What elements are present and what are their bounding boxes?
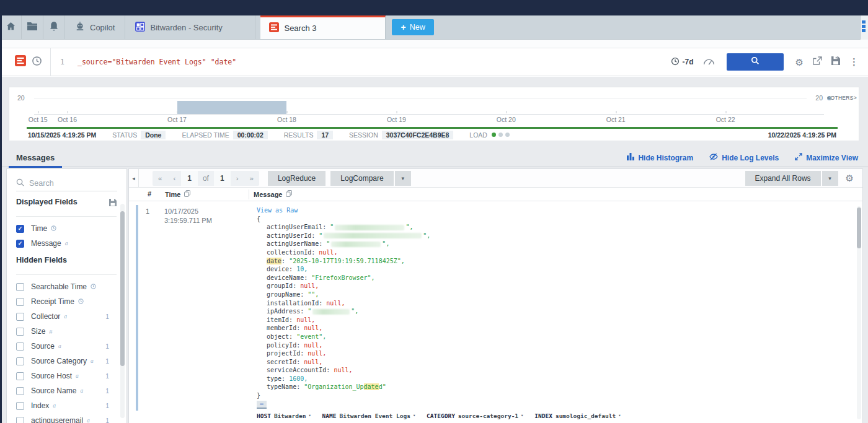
histogram-bar[interactable] <box>177 101 287 114</box>
new-tab-button[interactable]: + New <box>392 19 433 35</box>
table-settings-gear-icon[interactable]: ⚙ <box>846 173 854 183</box>
copy-icon[interactable] <box>286 190 292 198</box>
field-row-index[interactable]: Indexa1 <box>7 398 126 413</box>
json-line: projectId: null, <box>257 349 621 358</box>
log-row[interactable]: 1 10/17/2025 3:19:59.711 PM View as Raw … <box>129 201 862 423</box>
tab-bar: Copilot Bitwarden - Security Search 3 + … <box>0 15 868 40</box>
messages-scroll-thumb[interactable] <box>857 207 861 248</box>
query-input[interactable]: _source="Bitwarden Event Logs" "date" <box>78 58 236 66</box>
bell-icon <box>50 22 58 33</box>
copy-icon[interactable] <box>184 190 190 198</box>
json-line: groupId: null, <box>257 282 621 290</box>
field-checkbox[interactable] <box>16 328 24 336</box>
json-line: deviceName: "FirefoxBrowser", <box>257 274 621 282</box>
save-icon[interactable] <box>831 56 840 68</box>
logcompare-button[interactable]: LogCompare <box>330 171 393 186</box>
apps-menu-strip[interactable] <box>860 15 868 40</box>
field-row-source-host[interactable]: Source Hosta1 <box>7 368 126 383</box>
field-checkbox[interactable] <box>16 298 24 306</box>
first-page-button[interactable]: « <box>153 175 167 182</box>
run-search-button[interactable] <box>727 53 784 71</box>
logcompare-dropdown[interactable]: ▾ <box>395 171 411 186</box>
performance-gauge-icon[interactable] <box>703 56 715 68</box>
field-row-source[interactable]: Sourcea1 <box>7 339 126 354</box>
json-body: {actingUserEmail: "",actingUserId: "",ac… <box>257 215 621 400</box>
field-checkbox[interactable]: ✓ <box>16 240 24 248</box>
prev-page-button[interactable]: ‹ <box>167 175 181 182</box>
json-line: typeName: "Organization_Updated" <box>257 383 621 391</box>
save-fields-icon[interactable] <box>109 198 117 209</box>
elapsed-label: ELAPSED TIME <box>182 131 229 139</box>
field-checkbox[interactable] <box>16 372 24 380</box>
hidden-fields-list: Searchable TimeReceipt TimeCollectora1Si… <box>7 279 126 423</box>
query-bar: 1 _source="Bitwarden Event Logs" "date" … <box>0 48 868 76</box>
field-row-actinguseremail[interactable]: actinguseremaila1 <box>7 413 126 423</box>
metadata-name[interactable]: NAMEBitwarden Event Logs▾ <box>322 412 416 419</box>
logreduce-button[interactable]: LogReduce <box>268 171 326 186</box>
metadata-category[interactable]: CATEGORYsource-category-1▾ <box>427 412 523 419</box>
last-page-button[interactable]: » <box>244 175 259 182</box>
field-row-receipt-time[interactable]: Receipt Time <box>7 294 126 309</box>
json-token: null, <box>326 300 345 307</box>
query-line-number: 1 <box>60 58 68 66</box>
field-checkbox[interactable] <box>16 357 24 365</box>
view-as-raw-link[interactable]: View as Raw <box>257 206 621 215</box>
field-row-message[interactable]: ✓Messagea <box>7 236 126 251</box>
query-history-icon[interactable] <box>32 56 42 69</box>
column-message[interactable]: Message <box>254 190 292 198</box>
metadata-value: source-category-1 <box>458 412 518 419</box>
column-time[interactable]: Time <box>165 190 190 198</box>
tab-messages[interactable]: Messages <box>9 153 62 168</box>
field-label: Source Category <box>31 357 87 365</box>
settings-gear-icon[interactable]: ⚙ <box>795 58 804 67</box>
search-3-tab[interactable]: Search 3 <box>260 15 386 39</box>
field-search-input[interactable] <box>29 179 104 188</box>
field-checkbox[interactable]: ✓ <box>16 225 24 233</box>
expand-all-dropdown[interactable]: ▾ <box>822 171 838 186</box>
json-token: "2025-10-17T19:19:59.7118425Z", <box>289 258 405 264</box>
more-options-icon[interactable]: ⋮ <box>849 56 859 68</box>
field-checkbox[interactable] <box>16 342 24 351</box>
sidebar-scrollbar[interactable] <box>120 204 125 418</box>
results-tab-row: Messages Hide Histogram Hide Log Levels … <box>0 149 868 167</box>
field-checkbox[interactable] <box>16 283 24 291</box>
field-type-time-icon <box>51 225 56 232</box>
share-icon[interactable] <box>813 56 822 68</box>
expand-all-rows-button[interactable]: Expand All Rows <box>745 171 821 186</box>
field-checkbox[interactable] <box>16 417 24 423</box>
maximize-view-link[interactable]: Maximize View <box>795 153 858 162</box>
time-range-picker[interactable]: -7d <box>671 57 694 68</box>
field-row-source-name[interactable]: Source Namea1 <box>7 383 126 398</box>
field-checkbox[interactable] <box>16 402 24 410</box>
field-type-string-icon: a <box>65 240 68 246</box>
bitwarden-security-tab[interactable]: Bitwarden - Security <box>125 15 255 39</box>
hide-log-levels-link[interactable]: Hide Log Levels <box>709 153 779 162</box>
field-checkbox[interactable] <box>16 387 24 395</box>
next-page-button[interactable]: › <box>231 175 244 182</box>
json-token: null, <box>296 316 315 323</box>
sidebar-scroll-thumb[interactable] <box>120 211 125 366</box>
field-row-time[interactable]: ✓Time <box>7 221 126 236</box>
metadata-host[interactable]: HOSTBitwarden▾ <box>257 412 311 419</box>
collapse-json-button[interactable]: − <box>257 401 267 409</box>
metadata-index[interactable]: INDEXsumologic_default▾ <box>534 412 621 419</box>
field-row-source-category[interactable]: Source Categorya1 <box>7 354 126 368</box>
alerts-tab[interactable] <box>43 15 65 39</box>
messages-scrollbar[interactable] <box>857 206 861 419</box>
collapse-sidebar-button[interactable]: ◂ <box>129 169 139 187</box>
library-tab[interactable] <box>22 15 43 39</box>
json-token: ", <box>351 308 358 315</box>
new-button-label: New <box>410 23 425 32</box>
current-page[interactable]: 1 <box>181 171 198 186</box>
metadata-value: sumologic_default <box>556 412 616 419</box>
field-search[interactable] <box>16 175 117 191</box>
field-count: 1 <box>105 402 109 409</box>
copilot-tab[interactable]: Copilot <box>65 15 125 39</box>
field-checkbox[interactable] <box>16 313 24 321</box>
hide-histogram-link[interactable]: Hide Histogram <box>627 153 693 162</box>
home-tab[interactable] <box>0 15 22 39</box>
field-row-collector[interactable]: Collectora1 <box>7 309 126 324</box>
json-token: d" <box>379 383 386 390</box>
field-row-size[interactable]: Size# <box>7 324 126 339</box>
field-row-searchable-time[interactable]: Searchable Time <box>7 279 126 294</box>
